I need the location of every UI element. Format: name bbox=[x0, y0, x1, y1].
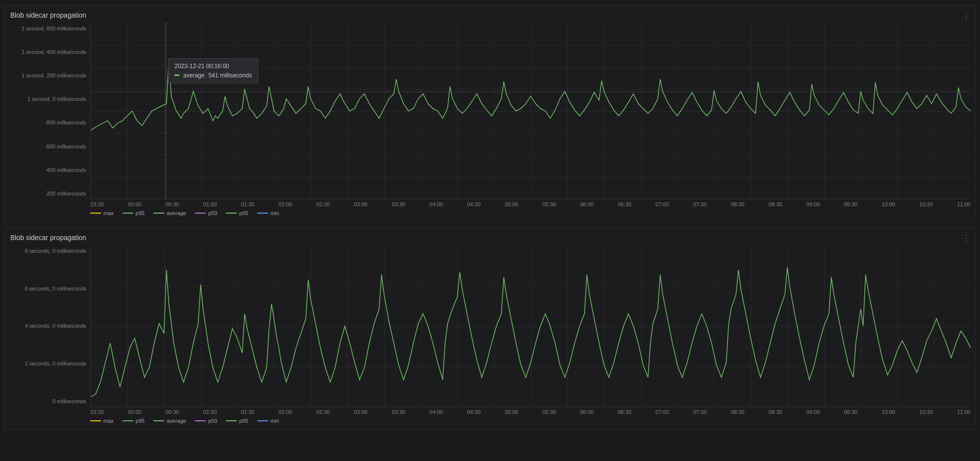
legend-1: max p95 average p50 p05 min bbox=[4, 207, 976, 218]
x-label-2-21: 10:00 bbox=[882, 409, 895, 415]
x-label-2-7: 03:00 bbox=[354, 409, 368, 415]
y-label-2-2: 4 seconds, 0 milliseconds bbox=[8, 323, 86, 329]
x-label-1-8: 03:30 bbox=[392, 201, 405, 207]
legend-item-min-1[interactable]: min bbox=[257, 210, 279, 216]
legend-item-average-2[interactable]: average bbox=[153, 418, 186, 424]
chart-svg-2 bbox=[91, 245, 971, 407]
x-label-2-20: 09:30 bbox=[844, 409, 858, 415]
legend-line-min-2 bbox=[257, 420, 268, 421]
legend-line-average-2 bbox=[153, 420, 164, 421]
legend-line-p05-1 bbox=[226, 213, 237, 214]
legend-item-p05-2[interactable]: p05 bbox=[226, 418, 248, 424]
legend-label-average-1: average bbox=[167, 210, 186, 216]
x-label-1-21: 10:00 bbox=[882, 201, 895, 207]
x-label-1-1: 00:00 bbox=[128, 201, 142, 207]
x-label-2-10: 04:30 bbox=[467, 409, 481, 415]
x-label-2-0: 23:30 bbox=[90, 409, 104, 415]
y-label-1-3: 1 second, 0 milliseconds bbox=[8, 96, 86, 102]
x-label-1-12: 05:30 bbox=[542, 201, 556, 207]
x-label-1-9: 04:00 bbox=[429, 201, 443, 207]
x-label-2-12: 05:30 bbox=[542, 409, 556, 415]
x-label-2-15: 07:00 bbox=[656, 409, 669, 415]
x-label-1-3: 01:00 bbox=[203, 201, 217, 207]
x-label-1-5: 02:00 bbox=[279, 201, 293, 207]
legend-line-p95-2 bbox=[122, 420, 133, 421]
chart-area-1: 1 second, 600 milliseconds 1 second, 400… bbox=[4, 23, 976, 199]
x-label-2-23: 11:00 bbox=[957, 409, 971, 415]
x-label-1-23: 11:00 bbox=[957, 201, 971, 207]
legend-label-p05-2: p05 bbox=[239, 418, 248, 424]
legend-item-average-1[interactable]: average bbox=[153, 210, 186, 216]
y-label-2-3: 2 seconds, 0 milliseconds bbox=[8, 361, 86, 367]
y-label-1-4: 800 milliseconds bbox=[8, 120, 86, 126]
x-label-2-22: 10:30 bbox=[919, 409, 933, 415]
x-label-1-2: 00:30 bbox=[166, 201, 179, 207]
x-label-2-16: 07:30 bbox=[693, 409, 707, 415]
legend-line-average-1 bbox=[153, 213, 164, 214]
legend-item-p50-1[interactable]: p50 bbox=[195, 210, 217, 216]
legend-item-max-1[interactable]: max bbox=[90, 210, 114, 216]
chart-area-2: 8 seconds, 0 milliseconds 6 seconds, 0 m… bbox=[4, 245, 976, 407]
x-label-1-11: 05:00 bbox=[505, 201, 518, 207]
legend-line-p05-2 bbox=[226, 420, 237, 421]
legend-2: max p95 average p50 p05 min bbox=[4, 415, 976, 426]
legend-label-p05-1: p05 bbox=[239, 210, 248, 216]
legend-item-p50-2[interactable]: p50 bbox=[195, 418, 217, 424]
legend-item-p05-1[interactable]: p05 bbox=[226, 210, 248, 216]
legend-item-p95-2[interactable]: p95 bbox=[122, 418, 145, 424]
panel-menu-icon-1[interactable]: ⋮ bbox=[962, 10, 971, 21]
x-label-2-2: 00:30 bbox=[166, 409, 179, 415]
legend-label-min-1: min bbox=[270, 210, 279, 216]
y-label-2-1: 6 seconds, 0 milliseconds bbox=[8, 286, 86, 292]
x-label-1-18: 08:30 bbox=[769, 201, 783, 207]
y-axis-1: 1 second, 600 milliseconds 1 second, 400… bbox=[4, 23, 90, 199]
x-label-1-19: 09:00 bbox=[807, 201, 820, 207]
x-label-2-5: 02:00 bbox=[279, 409, 293, 415]
x-label-2-1: 00:00 bbox=[128, 409, 142, 415]
legend-label-max-1: max bbox=[103, 210, 114, 216]
chart-panel-2: Blob sidecar propagation ⋮ 8 seconds, 0 … bbox=[4, 227, 976, 430]
chart-inner-1[interactable]: 2023-12-21 00:16:00 average 541 millisec… bbox=[90, 23, 971, 199]
legend-label-average-2: average bbox=[167, 418, 186, 424]
legend-label-p95-2: p95 bbox=[136, 418, 145, 424]
x-label-1-17: 08:00 bbox=[731, 201, 745, 207]
legend-item-p95-1[interactable]: p95 bbox=[122, 210, 145, 216]
y-label-1-2: 1 second, 200 milliseconds bbox=[8, 73, 86, 79]
x-label-2-14: 06:30 bbox=[618, 409, 632, 415]
x-label-1-16: 07:30 bbox=[693, 201, 707, 207]
x-axis-2: 23:30 00:00 00:30 01:00 01:30 02:00 02:3… bbox=[4, 407, 976, 415]
chart-panel-1: Blob sidecar propagation ⋮ 1 second, 600… bbox=[4, 5, 976, 222]
y-label-1-0: 1 second, 600 milliseconds bbox=[8, 25, 86, 32]
chart-inner-2[interactable] bbox=[90, 245, 971, 407]
x-label-1-15: 07:00 bbox=[656, 201, 669, 207]
legend-line-p50-1 bbox=[195, 213, 206, 214]
x-label-1-0: 23:30 bbox=[90, 201, 104, 207]
y-axis-2: 8 seconds, 0 milliseconds 6 seconds, 0 m… bbox=[4, 245, 90, 407]
legend-item-max-2[interactable]: max bbox=[90, 418, 114, 424]
legend-label-p50-1: p50 bbox=[208, 210, 217, 216]
legend-label-max-2: max bbox=[103, 418, 114, 424]
legend-item-min-2[interactable]: min bbox=[257, 418, 279, 424]
x-label-1-20: 09:30 bbox=[844, 201, 858, 207]
legend-label-p50-2: p50 bbox=[208, 418, 217, 424]
x-label-1-4: 01:30 bbox=[241, 201, 255, 207]
legend-line-p50-2 bbox=[195, 420, 206, 421]
legend-label-p95-1: p95 bbox=[136, 210, 145, 216]
x-label-2-11: 05:00 bbox=[505, 409, 518, 415]
x-label-2-9: 04:00 bbox=[429, 409, 443, 415]
y-label-1-1: 1 second, 400 milliseconds bbox=[8, 49, 86, 55]
y-label-1-6: 400 milliseconds bbox=[8, 167, 86, 173]
chart-title-1: Blob sidecar propagation bbox=[4, 11, 976, 23]
legend-label-min-2: min bbox=[270, 418, 279, 424]
y-label-2-4: 0 milliseconds bbox=[8, 398, 86, 405]
legend-line-max-1 bbox=[90, 213, 101, 214]
x-label-2-13: 06:00 bbox=[580, 409, 594, 415]
x-label-1-22: 10:30 bbox=[919, 201, 933, 207]
x-label-1-13: 06:00 bbox=[580, 201, 594, 207]
panel-menu-icon-2[interactable]: ⋮ bbox=[962, 233, 971, 243]
x-label-2-8: 03:30 bbox=[392, 409, 405, 415]
x-label-2-17: 08:00 bbox=[731, 409, 745, 415]
legend-line-p95-1 bbox=[122, 213, 133, 214]
y-label-1-7: 200 milliseconds bbox=[8, 191, 86, 197]
y-label-1-5: 600 milliseconds bbox=[8, 144, 86, 150]
